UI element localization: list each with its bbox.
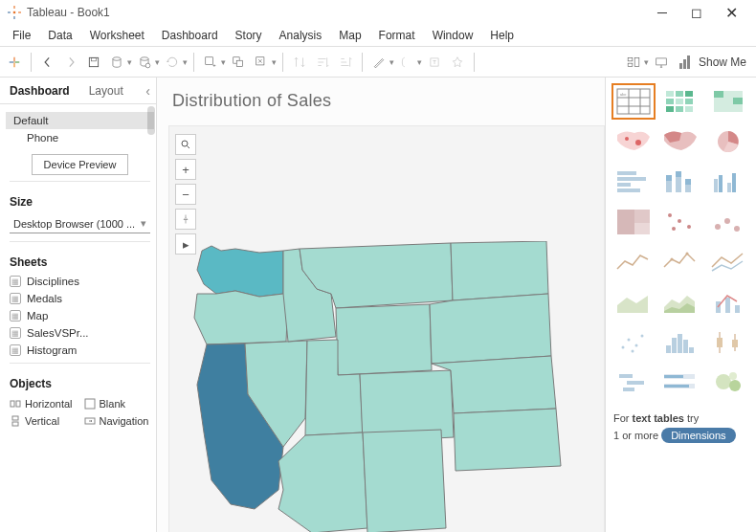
chart-type-side-by-side-circle[interactable] [706, 204, 750, 240]
svg-rect-51 [676, 177, 681, 192]
map-view[interactable]: + − ▸ [168, 125, 605, 532]
sort-desc-button[interactable] [335, 52, 356, 73]
swap-button[interactable] [289, 52, 310, 73]
chart-type-text-table[interactable]: abc [611, 83, 656, 120]
map-search-button[interactable] [175, 134, 196, 155]
svg-rect-55 [714, 179, 718, 192]
svg-rect-19 [85, 399, 95, 409]
presentation-mode-button[interactable] [651, 52, 672, 73]
map-pin-button[interactable] [175, 209, 196, 230]
menu-story[interactable]: Story [227, 27, 271, 44]
chart-type-stacked-bar[interactable] [659, 164, 703, 200]
dropdown-icon[interactable]: ▾ [183, 57, 188, 67]
collapse-panel-button[interactable]: ‹ [140, 83, 156, 99]
separator [193, 53, 194, 72]
chart-type-treemap[interactable] [611, 204, 656, 240]
save-button[interactable] [83, 52, 104, 73]
sheet-item-map[interactable]: ▦Map [4, 307, 156, 324]
minimize-button[interactable]: ─ [645, 1, 679, 24]
horizontal-icon [10, 398, 21, 410]
group-button[interactable] [396, 52, 417, 73]
object-navigation[interactable]: Navigation [82, 413, 153, 429]
refresh-button[interactable] [162, 52, 183, 73]
show-me-label: Show Me [699, 55, 746, 69]
show-me-button[interactable]: Show Me [674, 51, 752, 74]
chart-type-packed-bubble[interactable] [706, 365, 750, 401]
chart-type-highlight-table[interactable] [706, 83, 750, 120]
chart-type-area-continuous[interactable] [611, 284, 656, 321]
window-title: Tableau - Book1 [27, 6, 645, 19]
close-button[interactable]: ✕ [714, 1, 748, 24]
maximize-button[interactable]: ◻ [679, 1, 714, 24]
menu-worksheet[interactable]: Worksheet [81, 27, 153, 44]
chart-type-heat-map[interactable] [659, 83, 703, 120]
chart-type-area-discrete[interactable] [659, 284, 703, 321]
menu-file[interactable]: File [4, 27, 39, 44]
map-zoom-out-button[interactable]: − [175, 184, 196, 205]
tab-layout[interactable]: Layout [79, 78, 133, 104]
chart-type-line-discrete[interactable] [659, 244, 703, 280]
tableau-icon[interactable] [4, 52, 25, 73]
menu-format[interactable]: Format [370, 27, 424, 44]
dropdown-icon[interactable]: ▾ [389, 57, 394, 67]
scrollbar[interactable] [147, 106, 155, 135]
dropdown-icon[interactable]: ▾ [155, 57, 160, 67]
menu-dashboard[interactable]: Dashboard [153, 27, 227, 44]
dropdown-icon[interactable]: ▾ [644, 57, 649, 67]
sheet-item-histogram[interactable]: ▦Histogram [4, 342, 156, 359]
chart-type-dual-combination[interactable] [706, 284, 750, 321]
chart-type-side-by-side-bar[interactable] [706, 164, 750, 200]
sheet-item-salesvspr[interactable]: ▦SalesVSPr... [4, 324, 156, 342]
new-data-source-button[interactable] [106, 52, 127, 73]
device-preview-button[interactable]: Device Preview [32, 154, 129, 175]
dropdown-icon[interactable]: ▾ [417, 57, 422, 67]
back-button[interactable] [37, 52, 58, 73]
chart-type-symbol-map[interactable] [611, 123, 656, 160]
clear-button[interactable] [251, 52, 272, 73]
dropdown-icon[interactable]: ▾ [127, 57, 132, 67]
chart-type-gantt[interactable] [611, 365, 656, 401]
duplicate-button[interactable] [228, 52, 249, 73]
sort-asc-button[interactable] [312, 52, 333, 73]
chart-type-filled-map[interactable] [659, 123, 703, 160]
device-phone[interactable]: Phone [6, 129, 154, 146]
chart-type-circle-views[interactable] [659, 204, 703, 240]
chart-type-horizontal-bar[interactable] [611, 164, 656, 200]
device-default[interactable]: Default [6, 112, 154, 129]
chart-type-dual-line[interactable] [706, 244, 750, 280]
chart-type-scatter[interactable] [611, 324, 656, 361]
highlight-button[interactable] [368, 52, 389, 73]
menu-window[interactable]: Window [424, 27, 482, 44]
svg-rect-58 [732, 173, 736, 192]
tab-dashboard[interactable]: Dashboard [0, 78, 79, 104]
object-horizontal[interactable]: Horizontal [8, 396, 78, 411]
map-expand-button[interactable]: ▸ [175, 233, 196, 255]
worksheet-icon: ▦ [10, 293, 21, 304]
chart-type-bullet[interactable] [659, 365, 703, 401]
sheet-item-medals[interactable]: ▦Medals [4, 290, 156, 307]
pause-auto-updates-button[interactable] [134, 52, 155, 73]
dropdown-icon[interactable]: ▾ [272, 57, 277, 67]
device-list: Default Phone [6, 112, 154, 146]
forward-button[interactable] [60, 52, 81, 73]
sheet-item-disciplines[interactable]: ▦Disciplines [4, 273, 156, 290]
chart-type-histogram[interactable] [659, 324, 703, 361]
size-dropdown[interactable]: Desktop Browser (1000 ... ▾ [10, 214, 150, 233]
pin-button[interactable] [447, 52, 468, 73]
map-zoom-in-button[interactable]: + [175, 159, 196, 180]
dropdown-icon[interactable]: ▾ [221, 57, 226, 67]
menu-analysis[interactable]: Analysis [271, 27, 331, 44]
dashboard-canvas[interactable]: Distribution of Sales + − ▸ [157, 78, 605, 532]
new-worksheet-button[interactable]: + [200, 52, 221, 73]
object-blank[interactable]: Blank [82, 396, 153, 411]
fit-button[interactable] [623, 52, 644, 73]
object-vertical[interactable]: Vertical [8, 413, 78, 429]
menu-help[interactable]: Help [481, 27, 523, 44]
chart-type-pie[interactable] [706, 123, 750, 160]
menu-data[interactable]: Data [39, 27, 80, 44]
chart-type-box-plot[interactable] [706, 324, 750, 361]
svg-point-66 [715, 224, 721, 230]
menu-map[interactable]: Map [330, 27, 369, 44]
chart-type-line-continuous[interactable] [611, 244, 656, 280]
totals-button[interactable]: T [424, 52, 445, 73]
